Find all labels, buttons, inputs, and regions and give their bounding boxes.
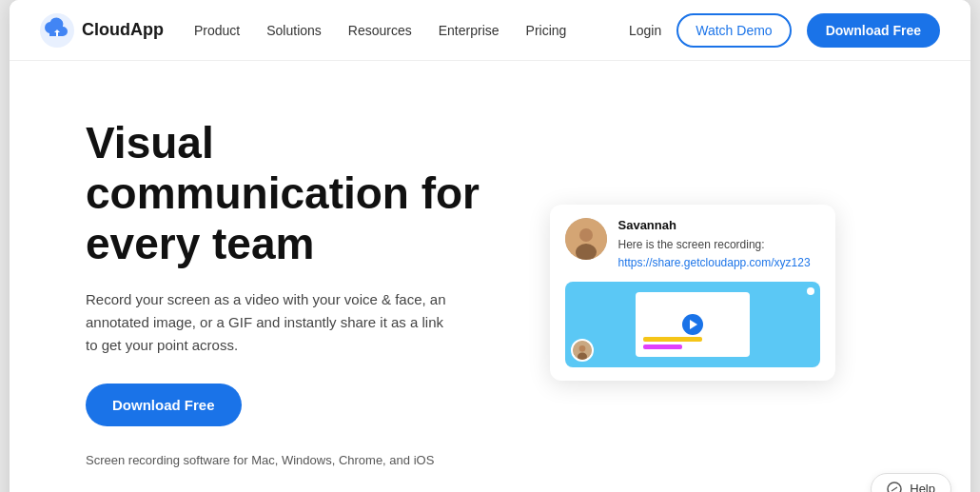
chat-card: Savannah Here is the screen recording: h… bbox=[550, 205, 835, 381]
login-button[interactable]: Login bbox=[629, 23, 661, 38]
help-label: Help bbox=[910, 482, 935, 492]
avatar-small bbox=[571, 339, 594, 362]
chat-header: Savannah Here is the screen recording: h… bbox=[565, 218, 820, 270]
dot-indicator bbox=[807, 287, 814, 295]
nav-pricing[interactable]: Pricing bbox=[526, 23, 567, 38]
navbar: CloudApp Product Solutions Resources Ent… bbox=[10, 0, 970, 61]
svg-point-7 bbox=[888, 482, 901, 492]
svg-point-5 bbox=[578, 345, 585, 352]
chat-link[interactable]: https://share.getcloudapp.com/xyz123 bbox=[618, 256, 811, 269]
hero-left: Visual communication for every team Reco… bbox=[86, 118, 490, 467]
nav-enterprise[interactable]: Enterprise bbox=[439, 23, 500, 38]
hero-section: Visual communication for every team Reco… bbox=[10, 61, 970, 492]
hero-title: Visual communication for every team bbox=[86, 118, 490, 269]
screen-preview bbox=[565, 282, 820, 367]
bar-pink bbox=[643, 344, 683, 349]
nav-actions: Login Watch Demo Download Free bbox=[629, 13, 940, 48]
avatar bbox=[565, 218, 607, 260]
chat-message: Here is the screen recording: bbox=[618, 236, 811, 253]
nav-links: Product Solutions Resources Enterprise P… bbox=[194, 23, 629, 38]
svg-point-2 bbox=[579, 228, 593, 242]
cloudapp-logo-icon bbox=[40, 13, 74, 48]
main-window: CloudApp Product Solutions Resources Ent… bbox=[10, 0, 970, 492]
logo-text: CloudApp bbox=[82, 20, 164, 40]
hero-sub-text: Screen recording software for Mac, Windo… bbox=[86, 453, 490, 467]
watch-demo-button[interactable]: Watch Demo bbox=[676, 13, 791, 48]
nav-resources[interactable]: Resources bbox=[348, 23, 412, 38]
hero-right: Savannah Here is the screen recording: h… bbox=[490, 205, 894, 381]
nav-product[interactable]: Product bbox=[194, 23, 240, 38]
chat-icon bbox=[887, 482, 902, 492]
logo[interactable]: CloudApp bbox=[40, 13, 164, 48]
nav-solutions[interactable]: Solutions bbox=[266, 23, 322, 38]
chat-content: Savannah Here is the screen recording: h… bbox=[618, 218, 811, 270]
screen-inner bbox=[636, 292, 750, 357]
hero-description: Record your screen as a video with your … bbox=[86, 288, 447, 357]
bar-yellow bbox=[643, 337, 702, 342]
download-free-nav-button[interactable]: Download Free bbox=[807, 13, 940, 48]
chat-user-name: Savannah bbox=[618, 218, 811, 232]
help-button[interactable]: Help bbox=[871, 473, 951, 492]
play-button[interactable] bbox=[682, 314, 703, 335]
screen-bars bbox=[643, 337, 742, 349]
download-free-hero-button[interactable]: Download Free bbox=[86, 384, 242, 426]
